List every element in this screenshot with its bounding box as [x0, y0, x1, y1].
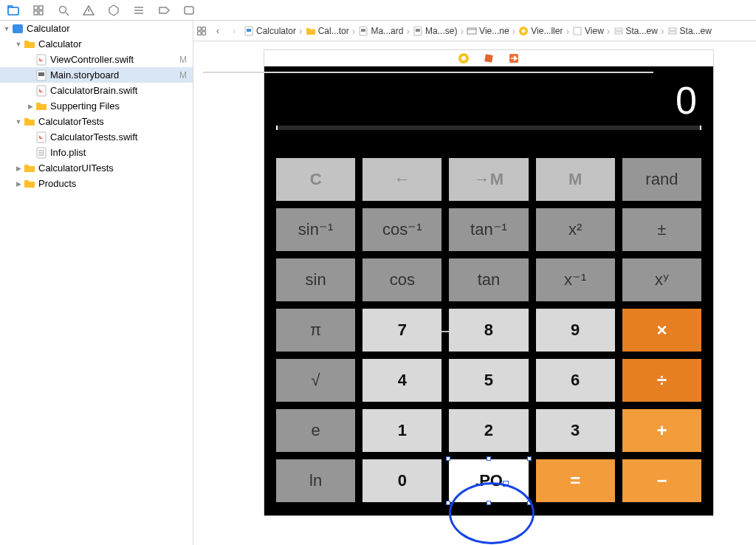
disclosure-triangle-icon[interactable]: ▶ [27, 103, 34, 110]
back-button[interactable]: ‹ [210, 21, 226, 41]
test-nav-icon[interactable] [108, 4, 120, 16]
calc-key[interactable]: 8 [449, 309, 528, 352]
calc-key[interactable]: xʸ [622, 258, 701, 301]
calc-key[interactable]: 3 [536, 409, 615, 452]
breadcrumb-label: Calculator [256, 26, 296, 36]
calc-key[interactable]: M [536, 158, 615, 201]
xcode-project-icon [12, 23, 24, 35]
navigator-item[interactable]: ▶CalculatorTests.swift [0, 129, 193, 145]
selection-handle[interactable] [446, 456, 450, 461]
breadcrumb-item[interactable]: Cal...tor [304, 26, 351, 36]
calc-key[interactable]: ÷ [622, 359, 701, 402]
calc-key[interactable]: cos⁻¹ [362, 208, 441, 251]
debug-nav-icon[interactable] [133, 4, 145, 16]
navigator-tree[interactable]: ▼ Calculator ▼Calculator▶ViewController.… [0, 21, 193, 545]
disclosure-triangle-icon[interactable]: ▼ [15, 118, 22, 126]
breadcrumb-item[interactable]: Ma...ard [357, 26, 405, 36]
navigator-item[interactable]: ▶Main.storyboardM [0, 67, 193, 83]
calc-key[interactable]: = [536, 459, 615, 502]
calc-key[interactable]: ← [362, 158, 441, 201]
breadcrumb-item[interactable]: Ma...se) [411, 26, 458, 36]
calc-key[interactable]: sin⁻¹ [276, 208, 355, 251]
navigator-item[interactable]: ▶ViewController.swiftM [0, 52, 193, 67]
selection-handle[interactable] [527, 501, 532, 505]
calc-key[interactable]: sin [276, 258, 355, 301]
exit-icon[interactable] [508, 52, 520, 64]
calc-key[interactable]: + [622, 409, 701, 452]
calc-key[interactable]: 9 [536, 309, 615, 352]
calc-key[interactable]: × [622, 309, 701, 352]
disclosure-triangle-icon[interactable]: ▼ [15, 41, 22, 48]
calc-key[interactable]: 2 [449, 409, 528, 452]
vc-root-view[interactable]: 0 C←→MMrandsin⁻¹cos⁻¹tan⁻¹x²±sincostanx⁻… [264, 66, 713, 515]
navigator-item[interactable]: ▶Supperting Files [0, 98, 193, 114]
view-controller-scene[interactable]: 0 C←→MMrandsin⁻¹cos⁻¹tan⁻¹x²±sincostanx⁻… [264, 50, 713, 515]
calc-key[interactable]: 0 [362, 459, 441, 502]
breadcrumb-item[interactable]: Vie...ne [465, 26, 510, 36]
folder-icon [35, 100, 47, 112]
navigator-item[interactable]: ▼CalculatorTests [0, 114, 193, 129]
navigator-item-label: Products [38, 178, 187, 189]
selection-handle[interactable] [487, 456, 491, 461]
folder-nav-icon[interactable] [7, 4, 19, 16]
calc-key[interactable]: ln [276, 459, 355, 502]
selection-handle[interactable] [446, 501, 450, 505]
disclosure-triangle-icon[interactable]: ▶ [15, 165, 22, 172]
navigator-item[interactable]: ▼Calculator [0, 36, 193, 52]
svg-rect-4 [39, 11, 43, 15]
calc-key[interactable]: − [622, 459, 701, 502]
selection-handle[interactable] [527, 456, 532, 461]
breadcrumb-item[interactable]: Calculator [242, 26, 298, 36]
breadcrumb-item[interactable]: View [571, 26, 605, 36]
forward-button[interactable]: › [226, 21, 242, 41]
calc-key[interactable]: cos [362, 258, 441, 301]
related-items-icon[interactable] [193, 21, 210, 41]
svg-rect-2 [39, 6, 43, 10]
calc-key[interactable]: 5 [449, 359, 528, 402]
calc-key[interactable]: 6 [536, 359, 615, 402]
calculator-display[interactable]: 0 [276, 72, 701, 126]
navigator-root[interactable]: ▼ Calculator [0, 21, 193, 36]
calc-key[interactable]: C [276, 158, 355, 201]
breadcrumb-label: Ma...ard [371, 26, 403, 36]
disclosure-triangle-icon[interactable]: ▼ [3, 25, 10, 32]
calc-key[interactable]: π [276, 309, 355, 352]
calc-key[interactable]: x⁻¹ [536, 258, 615, 301]
disclosure-triangle-icon[interactable]: ▶ [15, 180, 22, 188]
navigator-item[interactable]: ▶Info.plist [0, 145, 193, 160]
svg-rect-22 [198, 27, 201, 30]
scene-dock[interactable] [264, 50, 713, 66]
breadcrumb-label: Vie...ne [479, 26, 509, 36]
scm-status-badge: M [179, 70, 187, 80]
breadcrumb-item[interactable]: Vie...ller [517, 26, 564, 36]
calc-key[interactable]: tan [449, 258, 528, 301]
calc-key[interactable]: rand [622, 158, 701, 201]
navigator-item[interactable]: ▶CalculatorUITests [0, 160, 193, 176]
navigator-item[interactable]: ▶CalculatorBrain.swift [0, 83, 193, 98]
navigator-item-label: CalculatorUITests [38, 162, 187, 174]
navigator-item-label: CalculatorBrain.swift [50, 85, 187, 96]
calc-key[interactable]: √ [276, 359, 355, 402]
calc-key[interactable]: x² [536, 208, 615, 251]
report-nav-icon[interactable] [183, 4, 195, 16]
svg-rect-37 [615, 28, 622, 30]
search-nav-icon[interactable] [58, 4, 69, 16]
storyboard-canvas[interactable]: 0 C←→MMrandsin⁻¹cos⁻¹tan⁻¹x²±sincostanx⁻… [193, 41, 756, 545]
vc-yellow-icon[interactable] [458, 52, 470, 64]
breadcrumb-item[interactable]: Sta...ew [612, 26, 659, 36]
breakpoint-nav-icon[interactable] [158, 4, 170, 16]
calc-key[interactable]: 4 [362, 359, 441, 402]
calc-key[interactable]: e [276, 409, 355, 452]
selection-handle[interactable] [487, 501, 491, 505]
calc-key[interactable]: tan⁻¹ [449, 208, 528, 251]
issue-nav-icon[interactable] [83, 4, 94, 16]
symbol-nav-icon[interactable] [32, 4, 44, 16]
calc-key[interactable]: 1 [362, 409, 441, 452]
breadcrumb-item[interactable]: Sta...ew [666, 26, 713, 36]
navigator-item[interactable]: ▶Products [0, 176, 193, 191]
calc-key[interactable]: 7 [362, 309, 441, 352]
first-responder-icon[interactable] [483, 52, 495, 64]
calc-key[interactable]: →M [449, 158, 528, 201]
calc-key[interactable]: ± [622, 208, 701, 251]
calc-key[interactable]: .PO [449, 459, 528, 502]
